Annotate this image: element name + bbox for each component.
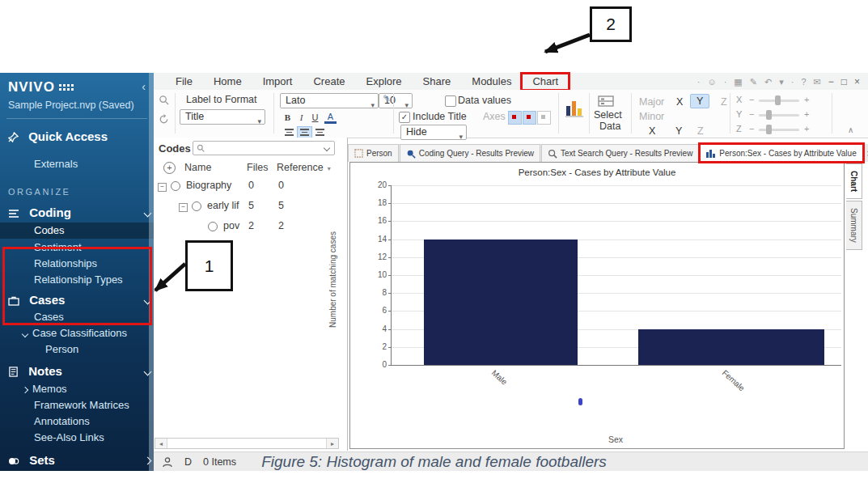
chevron-down-icon[interactable] — [324, 145, 330, 151]
undo-icon[interactable]: ↶ — [764, 74, 772, 90]
gridlines-minor-y-toggle[interactable]: Y — [675, 125, 682, 137]
sidebar-quick-access[interactable]: Quick Access — [0, 128, 154, 146]
sidebar-item-memos[interactable]: Memos — [0, 381, 154, 397]
menu-import[interactable]: Import — [252, 74, 303, 90]
include-title-checkbox[interactable]: ✓ — [399, 112, 410, 123]
tab-chart-view[interactable]: Chart — [846, 163, 862, 199]
gridlines-major-x-toggle[interactable]: X — [676, 96, 683, 108]
column-header-name[interactable]: Name — [184, 162, 211, 173]
memos-label: Memos — [32, 383, 67, 395]
minus-icon[interactable]: − — [749, 95, 754, 104]
tab-person-sex-chart[interactable]: Person:Sex - Cases by Attribute Value — [700, 144, 862, 162]
tab-text-search-query[interactable]: Text Search Query - Results Preview — [541, 144, 699, 162]
pencil-icon[interactable]: ✎ — [383, 93, 391, 104]
select-data-icon[interactable] — [598, 95, 614, 107]
gridlines-major-z-toggle[interactable]: Z — [721, 96, 727, 108]
gridlines-minor-x-toggle[interactable]: X — [649, 125, 655, 137]
scrollbar-track[interactable] — [167, 439, 327, 448]
scroll-left-icon[interactable]: ◂ — [155, 440, 167, 447]
menu-modules[interactable]: Modules — [461, 74, 522, 90]
refresh-icon[interactable] — [159, 114, 169, 125]
sidebar-item-person[interactable]: Person — [0, 341, 154, 358]
plus-icon[interactable]: + — [804, 95, 809, 104]
hide-dropdown[interactable]: Hide ▾ — [400, 125, 467, 140]
column-header-reference[interactable]: Reference ▼ — [277, 162, 332, 173]
menu-explore[interactable]: Explore — [356, 74, 413, 90]
separator-dot-icon[interactable]: · — [697, 74, 701, 90]
menu-home[interactable]: Home — [203, 74, 252, 90]
sidebar-item-externals[interactable]: Externals — [0, 156, 154, 172]
minus-icon[interactable]: − — [749, 124, 754, 134]
sidebar-item-see-also-links[interactable]: See-Also Links — [0, 430, 154, 446]
horizontal-scrollbar[interactable]: ◂ ▸ — [155, 438, 339, 449]
align-center-button[interactable] — [297, 126, 312, 138]
gridlines-major-y-toggle[interactable]: Y — [690, 94, 709, 108]
format-target-dropdown[interactable]: Title ▾ — [180, 109, 265, 125]
tab-summary-view[interactable]: Summary — [846, 201, 862, 250]
font-name-dropdown[interactable]: Lato ▾ — [280, 93, 379, 108]
edit-icon[interactable]: ✎ — [750, 74, 757, 90]
tree-collapse-icon[interactable]: − — [158, 183, 167, 192]
align-right-button[interactable] — [312, 126, 328, 138]
sidebar-group-coding[interactable]: Coding — [0, 204, 154, 222]
tree-collapse-icon[interactable]: − — [179, 203, 188, 212]
align-left-button[interactable] — [282, 126, 297, 138]
menu-share[interactable]: Share — [413, 74, 462, 90]
bar-male[interactable] — [424, 240, 578, 365]
rotation-x-slider[interactable] — [759, 100, 799, 102]
axes-y-toggle[interactable] — [523, 111, 536, 125]
chart-type-button[interactable] — [565, 96, 584, 117]
font-color-button[interactable]: A — [324, 112, 337, 124]
gridlines-minor-z-toggle[interactable]: Z — [697, 125, 704, 137]
tab-person[interactable]: Person — [348, 144, 399, 162]
sidebar-group-notes[interactable]: Notes — [0, 362, 154, 380]
sidebar-item-case-classifications[interactable]: Case Classifications — [0, 325, 154, 341]
bold-button[interactable]: B — [282, 112, 294, 124]
underline-button[interactable]: U — [309, 112, 321, 124]
slider-thumb[interactable] — [775, 95, 781, 105]
rotation-y-slider[interactable] — [759, 114, 799, 117]
menu-create[interactable]: Create — [303, 74, 355, 90]
sidebar-item-framework-matrices[interactable]: Framework Matrices — [0, 397, 154, 413]
column-header-files[interactable]: Files — [247, 162, 268, 173]
menu-file[interactable]: File — [165, 74, 203, 90]
add-code-icon[interactable]: + — [163, 162, 176, 174]
close-icon[interactable]: × — [854, 74, 860, 90]
scroll-right-icon[interactable]: ▸ — [327, 440, 338, 447]
y-tick-label: 8 — [367, 288, 387, 297]
data-values-checkbox[interactable] — [445, 95, 456, 107]
tab-coding-query[interactable]: Coding Query - Results Preview — [400, 144, 540, 162]
y-tick-label: 20 — [367, 180, 387, 189]
codes-search-box[interactable] — [193, 141, 335, 155]
y-axis-tick — [388, 293, 392, 294]
minimize-icon[interactable]: − — [828, 74, 834, 90]
axes-x-toggle[interactable] — [508, 111, 522, 125]
filter-icon[interactable]: ▾ — [779, 74, 784, 90]
search-input[interactable] — [205, 142, 324, 154]
restore-icon[interactable]: □ — [841, 74, 847, 90]
minus-icon[interactable]: − — [749, 109, 754, 119]
menu-chart[interactable]: Chart — [522, 74, 569, 90]
save-icon[interactable]: ▦ — [734, 74, 742, 90]
rotation-z-slider[interactable] — [759, 129, 799, 131]
help-icon[interactable]: ? — [801, 74, 806, 90]
slider-thumb[interactable] — [766, 110, 772, 120]
sidebar-collapse-icon[interactable]: ‹ — [142, 80, 146, 93]
italic-button[interactable]: I — [295, 112, 307, 124]
sidebar-item-annotations[interactable]: Annotations — [0, 413, 154, 430]
select-data-label-2[interactable]: Data — [599, 121, 620, 132]
comment-icon[interactable]: ✉ — [814, 74, 821, 90]
plus-icon[interactable]: + — [804, 124, 809, 134]
select-data-label-1[interactable]: Select — [594, 109, 622, 121]
sidebar-item-codes[interactable]: Codes — [0, 223, 154, 239]
ribbon-collapse-icon[interactable]: ∧ — [848, 125, 853, 134]
feedback-icon[interactable]: ☺ — [707, 74, 716, 90]
zoom-icon[interactable] — [159, 95, 169, 105]
axes-z-toggle[interactable] — [537, 111, 551, 125]
bar-female[interactable] — [638, 329, 824, 365]
separator-dot-icon[interactable]: · — [724, 74, 727, 90]
organize-section-label: ORGANIZE — [0, 184, 154, 200]
separator-dot-icon[interactable]: · — [791, 74, 794, 90]
slider-thumb[interactable] — [766, 125, 772, 134]
plus-icon[interactable]: + — [804, 109, 809, 119]
